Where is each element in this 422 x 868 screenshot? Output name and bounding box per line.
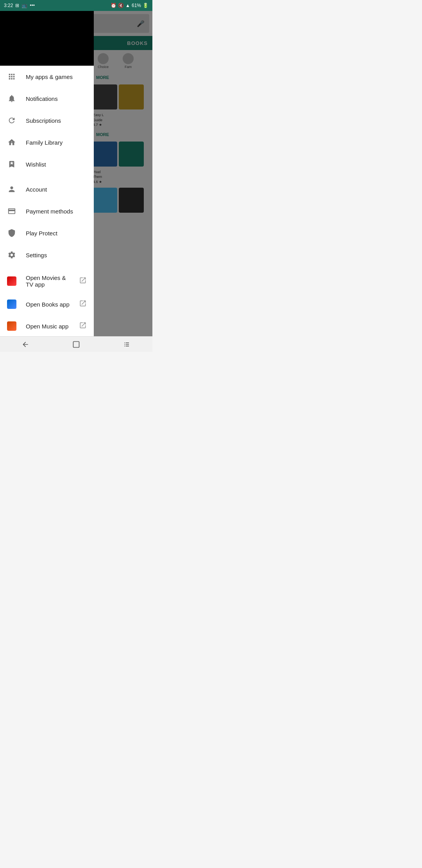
menu-section-1: My apps & games Notifications Subscripti… [0,66,94,175]
menu-item-my-apps-games[interactable]: My apps & games [0,66,94,88]
status-bar: 3:22 ⊞ 📺 ••• ⏰ 🔇 ▲ 61% 🔋 [0,0,152,11]
menu-item-open-books[interactable]: Open Books app [0,293,94,315]
external-icon-books [79,299,87,309]
time: 3:22 [4,3,13,8]
battery-icon: 🔋 [143,3,148,8]
menu-item-notifications[interactable]: Notifications [0,88,94,109]
person-icon [7,185,16,194]
battery-percent: 61% [132,3,141,8]
menu-item-open-movies[interactable]: Open Movies & TV app [0,269,94,293]
books-icon [7,299,16,309]
refresh-icon [7,116,16,125]
play-protect-label: Play Protect [26,230,57,237]
open-music-label: Open Music app [26,323,68,330]
dots-icon: ••• [30,3,35,8]
recent-apps-button[interactable] [118,337,136,352]
shield-icon [7,228,16,238]
status-left: 3:22 ⊞ 📺 ••• [4,3,35,8]
open-movies-label: Open Movies & TV app [26,274,70,288]
alarm-icon: ⏰ [111,3,116,8]
my-apps-games-label: My apps & games [26,74,73,80]
grid-icon: ⊞ [15,3,19,8]
twitch-icon: 📺 [21,3,27,8]
family-library-label: Family Library [26,139,63,146]
settings-label: Settings [26,252,47,258]
music-icon [7,321,16,331]
menu-item-play-protect[interactable]: Play Protect [0,222,94,244]
payment-methods-label: Payment methods [26,208,73,215]
bell-icon [7,94,16,103]
apps-icon [7,72,16,81]
external-icon-music [79,321,87,331]
side-drawer: My apps & games Notifications Subscripti… [0,11,94,336]
menu-section-3: Open Movies & TV app Open Books app [0,269,94,336]
gear-icon [7,250,16,260]
home-button[interactable] [68,337,85,352]
external-icon-movies [79,276,87,286]
menu-item-payment-methods[interactable]: Payment methods [0,200,94,222]
menu-item-subscriptions[interactable]: Subscriptions [0,109,94,131]
menu-item-wishlist[interactable]: Wishlist [0,153,94,175]
home-heart-icon [7,138,16,147]
back-button[interactable] [17,337,34,352]
svg-rect-0 [73,341,79,347]
wishlist-label: Wishlist [26,161,46,168]
mute-icon: 🔇 [118,3,124,8]
menu-section-2: Account Payment methods Play Protect Set… [0,178,94,266]
notifications-label: Notifications [26,95,58,102]
movies-icon [7,276,16,286]
subscriptions-label: Subscriptions [26,117,61,124]
bottom-nav [0,336,152,352]
bookmark-check-icon [7,160,16,169]
menu-item-settings[interactable]: Settings [0,244,94,266]
menu-item-family-library[interactable]: Family Library [0,131,94,153]
menu-item-account[interactable]: Account [0,178,94,200]
account-label: Account [26,186,47,193]
status-right: ⏰ 🔇 ▲ 61% 🔋 [111,3,148,8]
drawer-header [0,11,94,66]
open-books-label: Open Books app [26,301,70,308]
credit-card-icon [7,206,16,216]
signal-icon: ▲ [125,3,130,8]
menu-item-open-music[interactable]: Open Music app [0,315,94,336]
